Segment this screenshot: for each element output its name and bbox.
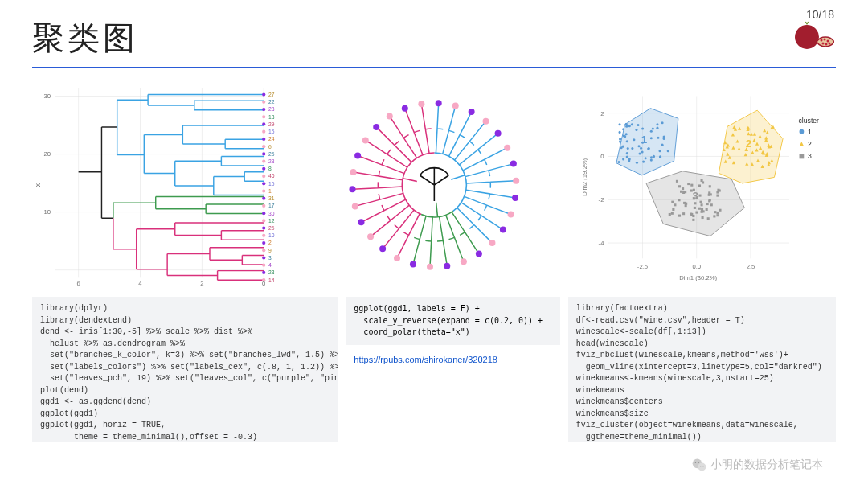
svg-rect-258 (717, 212, 719, 214)
svg-rect-262 (673, 208, 675, 211)
svg-point-80 (504, 145, 510, 151)
svg-rect-275 (678, 199, 681, 201)
svg-text:2: 2 (600, 110, 604, 117)
svg-point-167 (628, 158, 631, 160)
code-row: library(dplyr) library(dendextend) dend … (32, 297, 836, 442)
svg-rect-255 (702, 181, 704, 183)
svg-text:8: 8 (268, 166, 272, 171)
svg-point-179 (626, 156, 628, 158)
svg-point-169 (657, 137, 660, 139)
svg-point-146 (650, 159, 653, 162)
svg-point-47 (262, 182, 265, 185)
svg-rect-288 (682, 187, 684, 190)
dendrogram-horizontal: 30 20 10 6 4 2 0 x (32, 76, 295, 294)
svg-text:26: 26 (268, 225, 275, 231)
svg-point-160 (624, 135, 626, 138)
svg-rect-280 (698, 184, 701, 187)
svg-point-69 (262, 264, 265, 267)
svg-text:10: 10 (268, 232, 275, 238)
svg-point-53 (262, 204, 265, 208)
svg-point-63 (262, 241, 265, 244)
svg-marker-121 (616, 109, 678, 175)
svg-rect-261 (698, 208, 701, 210)
svg-rect-287 (685, 203, 687, 205)
svg-point-135 (636, 129, 638, 131)
svg-point-37 (262, 145, 265, 148)
svg-point-293 (800, 129, 805, 134)
svg-text:4: 4 (138, 280, 142, 287)
svg-rect-243 (669, 213, 671, 216)
svg-rect-284 (709, 199, 711, 201)
figure-row: 30 20 10 6 4 2 0 x (32, 76, 836, 294)
svg-point-90 (427, 264, 433, 270)
svg-point-97 (349, 186, 355, 192)
svg-text:29: 29 (268, 121, 275, 127)
wechat-icon (691, 457, 707, 473)
svg-text:17: 17 (268, 203, 275, 208)
svg-point-103 (401, 105, 407, 112)
svg-point-61 (262, 234, 265, 237)
svg-point-149 (642, 161, 645, 163)
svg-rect-276 (699, 195, 702, 197)
svg-text:6: 6 (268, 144, 272, 150)
svg-text:2: 2 (200, 280, 203, 287)
svg-rect-269 (709, 185, 711, 187)
svg-rect-242 (717, 195, 719, 197)
svg-point-84 (507, 212, 514, 218)
svg-rect-256 (714, 215, 716, 217)
svg-point-76 (452, 102, 458, 109)
svg-point-302 (698, 462, 699, 463)
svg-point-303 (700, 466, 701, 466)
svg-text:18: 18 (268, 114, 275, 120)
svg-point-98 (350, 169, 356, 175)
cluster-scatter: 2 0 -2 -4 -2.5 0.0 2.5 Dim1 (36.2%) Dim2… (573, 76, 836, 294)
svg-point-141 (632, 147, 634, 150)
svg-point-144 (640, 147, 642, 150)
svg-point-25 (262, 101, 265, 104)
svg-rect-244 (688, 183, 690, 185)
pomegranate-icon (792, 19, 834, 55)
svg-point-35 (262, 138, 265, 141)
svg-rect-251 (707, 217, 710, 220)
svg-point-99 (354, 152, 361, 158)
code-dendextend: library(dplyr) library(dendextend) dend … (32, 297, 338, 442)
svg-point-67 (262, 256, 265, 259)
svg-rect-248 (671, 212, 674, 215)
svg-point-100 (362, 137, 368, 143)
svg-text:23: 23 (268, 269, 275, 275)
svg-rect-290 (718, 189, 720, 191)
svg-text:-4: -4 (599, 240, 605, 247)
svg-point-94 (367, 233, 374, 240)
svg-text:Dim1 (36.2%): Dim1 (36.2%) (680, 274, 718, 281)
svg-rect-263 (690, 213, 693, 216)
svg-point-81 (510, 161, 517, 167)
svg-point-177 (625, 133, 628, 135)
svg-text:16: 16 (268, 181, 275, 187)
svg-point-4 (822, 43, 825, 45)
svg-rect-277 (672, 201, 674, 203)
reference-link[interactable]: https://rpubs.com/shirokaner/320218 (354, 355, 559, 364)
svg-point-91 (410, 261, 416, 268)
svg-text:14: 14 (268, 277, 275, 283)
svg-rect-282 (674, 203, 677, 206)
svg-point-6 (829, 43, 831, 45)
svg-text:28: 28 (268, 158, 275, 164)
svg-rect-285 (701, 203, 703, 206)
svg-point-131 (652, 127, 654, 129)
svg-text:1: 1 (268, 188, 272, 194)
svg-text:6: 6 (77, 280, 80, 287)
svg-rect-291 (691, 184, 694, 187)
svg-text:24: 24 (268, 136, 275, 142)
dendrogram-circular (303, 76, 566, 294)
svg-point-164 (627, 147, 629, 150)
svg-text:22: 22 (268, 99, 275, 105)
svg-point-166 (626, 125, 628, 128)
svg-point-92 (394, 255, 400, 261)
svg-text:30: 30 (268, 211, 275, 216)
svg-point-154 (638, 145, 641, 147)
svg-point-87 (476, 251, 482, 257)
svg-point-5 (825, 43, 828, 46)
svg-rect-283 (717, 214, 719, 216)
svg-point-104 (418, 101, 424, 107)
svg-point-77 (468, 109, 474, 115)
